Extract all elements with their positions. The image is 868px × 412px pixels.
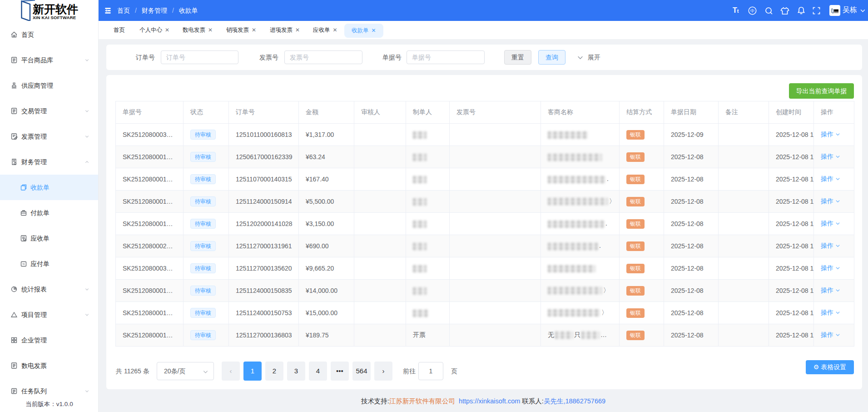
svg-text:中: 中 xyxy=(750,9,754,13)
